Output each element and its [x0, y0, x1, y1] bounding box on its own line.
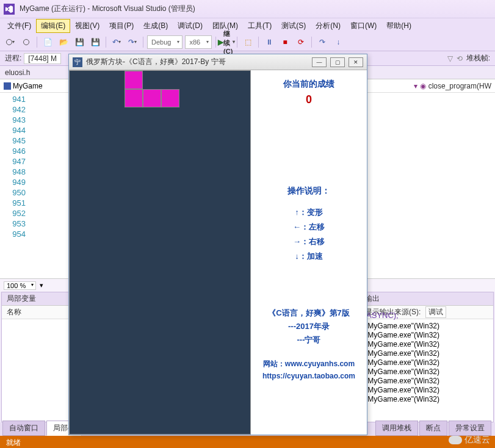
site-url-2: https://cyuyan.taobao.com: [257, 370, 361, 382]
new-project-button[interactable]: 📄: [41, 35, 54, 49]
redo-button[interactable]: ↷▾: [126, 35, 139, 49]
site-info: 网站：www.cyuyanhs.com https://cyuyan.taoba…: [257, 358, 361, 382]
output-source-dropdown[interactable]: 调试: [425, 306, 446, 318]
platform-dropdown[interactable]: x86: [185, 35, 212, 49]
tab-exception[interactable]: 异常设置: [449, 421, 491, 436]
menu-tools[interactable]: 工具(T): [243, 19, 276, 33]
menu-test[interactable]: 测试(S): [276, 19, 311, 33]
toolbar-sep: [106, 37, 106, 48]
op-right: →：右移: [257, 234, 361, 249]
menu-window[interactable]: 窗口(W): [345, 19, 381, 33]
menu-file[interactable]: 文件(F): [2, 19, 36, 33]
menu-bar: 文件(F) 编辑(E) 视图(V) 项目(P) 生成(B) 调试(D) 团队(M…: [0, 18, 495, 33]
menu-view[interactable]: 视图(V): [70, 19, 104, 33]
maximize-button[interactable]: ▢: [330, 57, 345, 67]
locals-title: 局部变量: [7, 294, 36, 304]
undo-button[interactable]: ↶▾: [110, 35, 123, 49]
site-url-1: www.cyuyanhs.com: [285, 359, 355, 368]
window-title: MyGame (正在运行) - Microsoft Visual Studio …: [20, 4, 195, 14]
book-info: 《C语言，好爽》第7版 ---2017年录 ---宁哥: [257, 306, 361, 347]
game-title: 俄罗斯方块-《C语言，好爽》2017-By 宁哥: [86, 57, 226, 67]
restart-button[interactable]: ⟳: [294, 35, 308, 49]
op-left: ←：左移: [257, 220, 361, 234]
symbol-icon: ◉: [420, 82, 426, 90]
tetris-block: [125, 89, 143, 107]
tab-callstack[interactable]: 调用堆栈: [375, 421, 418, 436]
ops-list: ↑：变形 ←：左移 →：右移 ↓：加速: [257, 205, 361, 264]
tetris-block: [125, 71, 143, 89]
game-window: 宁 俄罗斯方块-《C语言，好爽》2017-By 宁哥 — ▢ ✕ 你当前的成绩 …: [68, 54, 367, 435]
menu-analyze[interactable]: 分析(N): [311, 19, 345, 33]
project-icon: [4, 82, 11, 90]
open-button[interactable]: 📂: [57, 35, 70, 49]
toolbar-sep: [143, 37, 143, 48]
watermark-text: 亿速云: [464, 435, 490, 446]
project-name: MyGame: [13, 82, 43, 90]
project-scope-dropdown[interactable]: MyGame: [4, 82, 43, 90]
circle-fwd-icon: [23, 39, 29, 45]
refresh-icon[interactable]: ⟲: [457, 54, 463, 63]
stop-button[interactable]: ■: [278, 35, 292, 49]
step-into-button[interactable]: ↓: [331, 35, 345, 49]
toolbar-sep: [237, 37, 237, 48]
filter-icon[interactable]: ▽: [447, 54, 453, 63]
watermark: 亿速云: [449, 435, 490, 446]
tab-breakpoints[interactable]: 断点: [419, 421, 447, 436]
menu-help[interactable]: 帮助(H): [381, 19, 416, 33]
output-panel-header: 输出: [360, 292, 493, 306]
op-up: ↑：变形: [257, 205, 361, 220]
config-dropdown[interactable]: Debug: [147, 35, 182, 49]
minimize-button[interactable]: —: [312, 57, 327, 67]
site-label: 网站：: [263, 359, 285, 368]
toolbar-sep: [215, 37, 216, 48]
ops-title: 操作说明：: [257, 186, 361, 197]
tetris-play-area[interactable]: [69, 70, 251, 435]
toolbar-sep: [37, 37, 37, 48]
output-body[interactable]: "MyGame.exe"(Win32) "MyGame.exe"(Win32) …: [360, 319, 493, 422]
nav-back-button[interactable]: ▾: [4, 35, 17, 49]
book-author: ---宁哥: [257, 333, 361, 347]
game-info-area: 你当前的成绩 0 操作说明： ↑：变形 ←：左移 →：右移 ↓：加速 《C语言，…: [251, 70, 367, 435]
tetris-block: [161, 89, 179, 107]
process-dropdown[interactable]: [7448] M: [24, 53, 61, 64]
game-titlebar[interactable]: 宁 俄罗斯方块-《C语言，好爽》2017-By 宁哥 — ▢ ✕: [69, 54, 367, 70]
tetris-block: [143, 89, 161, 107]
circle-back-icon: [6, 39, 12, 45]
game-icon: 宁: [73, 57, 82, 67]
toolbar-sep: [258, 37, 259, 48]
line-number-gutter: 941942943 944945946 947948949 950951952 …: [0, 93, 29, 278]
stackframe-label: 堆栈帧:: [466, 53, 490, 63]
tab-auto[interactable]: 自动窗口: [2, 421, 45, 436]
menu-build[interactable]: 生成(B): [139, 19, 173, 33]
continue-button[interactable]: ▶ 继续(C) ▾: [220, 35, 233, 49]
zoom-dropdown[interactable]: 100 %: [4, 281, 36, 290]
step-over-button[interactable]: ↷: [316, 35, 329, 49]
toolbar-sep: [311, 37, 312, 48]
menu-debug[interactable]: 调试(D): [173, 19, 208, 33]
window-titlebar: MyGame (正在运行) - Microsoft Visual Studio …: [0, 0, 495, 18]
zoom-slider-icon[interactable]: ▾: [40, 281, 43, 289]
op-down: ↓：加速: [257, 249, 361, 264]
debug-tool-1[interactable]: ⬚: [241, 35, 255, 49]
game-body: 你当前的成绩 0 操作说明： ↑：变形 ←：左移 →：右移 ↓：加速 《C语言，…: [69, 70, 367, 435]
symbol-dropdown[interactable]: close_program(HW: [428, 82, 491, 90]
menu-edit[interactable]: 编辑(E): [36, 19, 70, 33]
col-name[interactable]: 名称: [7, 307, 21, 317]
book-year: ---2017年录: [257, 320, 361, 333]
status-text: 就绪: [6, 438, 21, 448]
pause-button[interactable]: ⏸: [262, 35, 276, 49]
save-all-button[interactable]: 💾: [89, 35, 102, 49]
continue-label: 继续(C): [223, 29, 233, 55]
process-label: 进程:: [5, 53, 21, 63]
cloud-icon: [449, 436, 462, 444]
close-button[interactable]: ✕: [349, 57, 363, 67]
score-value: 0: [257, 93, 361, 106]
vs-logo-icon: [4, 4, 15, 15]
nav-fwd-button[interactable]: [20, 35, 33, 49]
menu-project[interactable]: 项目(P): [104, 19, 139, 33]
toolbar: ▾ 📄 📂 💾 💾 ↶▾ ↷▾ Debug x86 ▶ 继续(C) ▾ ⬚ ⏸ …: [0, 33, 495, 51]
score-label: 你当前的成绩: [257, 79, 361, 90]
status-bar: 就绪: [0, 436, 495, 448]
save-button[interactable]: 💾: [73, 35, 86, 49]
book-title: 《C语言，好爽》第7版: [257, 306, 361, 320]
